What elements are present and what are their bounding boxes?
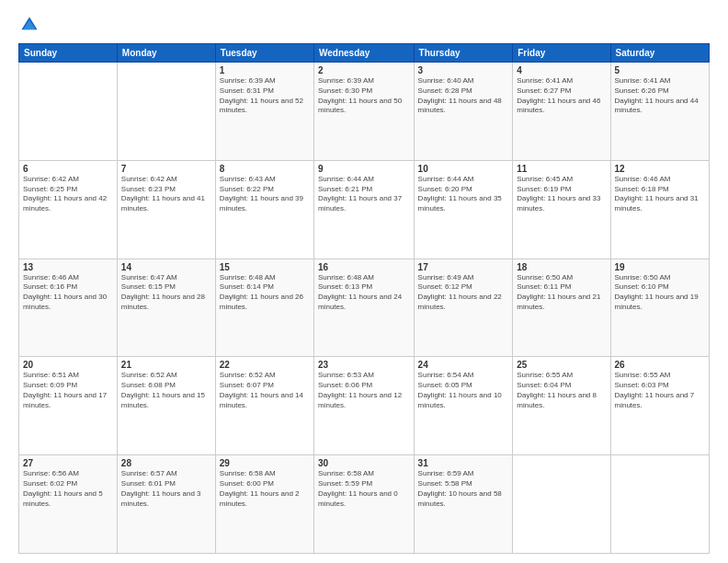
day-info: Sunrise: 6:45 AM Sunset: 6:19 PM Dayligh… (517, 175, 606, 214)
day-info: Sunrise: 6:44 AM Sunset: 6:20 PM Dayligh… (418, 175, 509, 214)
calendar-day-cell: 20Sunrise: 6:51 AM Sunset: 6:09 PM Dayli… (19, 357, 118, 455)
day-number: 1 (220, 65, 310, 75)
day-number: 2 (318, 65, 410, 75)
weekday-header: Sunday (19, 44, 118, 63)
calendar-day-cell: 28Sunrise: 6:57 AM Sunset: 6:01 PM Dayli… (117, 455, 215, 554)
day-number: 16 (318, 262, 410, 272)
day-number: 31 (418, 458, 509, 468)
day-info: Sunrise: 6:42 AM Sunset: 6:23 PM Dayligh… (121, 175, 211, 214)
weekday-header: Saturday (610, 44, 709, 63)
day-info: Sunrise: 6:52 AM Sunset: 6:08 PM Dayligh… (121, 371, 211, 410)
day-number: 27 (23, 458, 113, 468)
calendar-day-cell: 24Sunrise: 6:54 AM Sunset: 6:05 PM Dayli… (414, 357, 513, 455)
day-number: 19 (615, 262, 705, 272)
calendar-day-cell (117, 63, 215, 161)
calendar-week-row: 1Sunrise: 6:39 AM Sunset: 6:31 PM Daylig… (19, 63, 710, 161)
day-number: 28 (121, 458, 211, 468)
calendar-day-cell: 31Sunrise: 6:59 AM Sunset: 5:58 PM Dayli… (414, 455, 513, 554)
day-info: Sunrise: 6:50 AM Sunset: 6:10 PM Dayligh… (615, 273, 705, 313)
day-info: Sunrise: 6:39 AM Sunset: 6:31 PM Dayligh… (220, 76, 310, 116)
calendar-day-cell: 11Sunrise: 6:45 AM Sunset: 6:19 PM Dayli… (513, 160, 610, 259)
calendar-header-row: SundayMondayTuesdayWednesdayThursdayFrid… (19, 44, 710, 63)
calendar-day-cell: 16Sunrise: 6:48 AM Sunset: 6:13 PM Dayli… (313, 259, 414, 357)
day-number: 25 (517, 360, 606, 370)
day-number: 11 (517, 164, 606, 174)
day-number: 7 (121, 164, 211, 174)
calendar-day-cell: 10Sunrise: 6:44 AM Sunset: 6:20 PM Dayli… (414, 160, 513, 259)
day-info: Sunrise: 6:56 AM Sunset: 6:02 PM Dayligh… (23, 469, 113, 509)
calendar-day-cell: 18Sunrise: 6:50 AM Sunset: 6:11 PM Dayli… (513, 259, 610, 357)
day-info: Sunrise: 6:58 AM Sunset: 5:59 PM Dayligh… (318, 469, 410, 509)
day-number: 13 (23, 262, 113, 272)
day-info: Sunrise: 6:39 AM Sunset: 6:30 PM Dayligh… (318, 76, 410, 116)
calendar-day-cell: 27Sunrise: 6:56 AM Sunset: 6:02 PM Dayli… (19, 455, 118, 554)
weekday-header: Tuesday (215, 44, 313, 63)
day-info: Sunrise: 6:51 AM Sunset: 6:09 PM Dayligh… (23, 371, 113, 410)
day-number: 18 (517, 262, 606, 272)
calendar-day-cell: 3Sunrise: 6:40 AM Sunset: 6:28 PM Daylig… (414, 63, 513, 161)
day-info: Sunrise: 6:48 AM Sunset: 6:13 PM Dayligh… (318, 273, 410, 313)
calendar-day-cell: 4Sunrise: 6:41 AM Sunset: 6:27 PM Daylig… (513, 63, 610, 161)
weekday-header: Thursday (414, 44, 513, 63)
day-number: 4 (517, 65, 606, 75)
day-info: Sunrise: 6:41 AM Sunset: 6:27 PM Dayligh… (517, 76, 606, 116)
calendar-day-cell: 30Sunrise: 6:58 AM Sunset: 5:59 PM Dayli… (313, 455, 414, 554)
calendar-day-cell: 2Sunrise: 6:39 AM Sunset: 6:30 PM Daylig… (313, 63, 414, 161)
calendar-day-cell: 13Sunrise: 6:46 AM Sunset: 6:16 PM Dayli… (19, 259, 118, 357)
day-number: 5 (615, 65, 705, 75)
calendar-day-cell: 1Sunrise: 6:39 AM Sunset: 6:31 PM Daylig… (215, 63, 313, 161)
day-info: Sunrise: 6:57 AM Sunset: 6:01 PM Dayligh… (121, 469, 211, 509)
calendar-day-cell: 17Sunrise: 6:49 AM Sunset: 6:12 PM Dayli… (414, 259, 513, 357)
page: SundayMondayTuesdayWednesdayThursdayFrid… (0, 0, 728, 563)
weekday-header: Wednesday (313, 44, 414, 63)
calendar-day-cell: 29Sunrise: 6:58 AM Sunset: 6:00 PM Dayli… (215, 455, 313, 554)
calendar-day-cell: 5Sunrise: 6:41 AM Sunset: 6:26 PM Daylig… (610, 63, 709, 161)
day-info: Sunrise: 6:53 AM Sunset: 6:06 PM Dayligh… (318, 371, 410, 410)
day-info: Sunrise: 6:41 AM Sunset: 6:26 PM Dayligh… (615, 76, 705, 116)
calendar-day-cell: 22Sunrise: 6:52 AM Sunset: 6:07 PM Dayli… (215, 357, 313, 455)
day-info: Sunrise: 6:44 AM Sunset: 6:21 PM Dayligh… (318, 175, 410, 214)
day-number: 22 (220, 360, 310, 370)
calendar-week-row: 6Sunrise: 6:42 AM Sunset: 6:25 PM Daylig… (19, 160, 710, 259)
calendar-day-cell: 26Sunrise: 6:55 AM Sunset: 6:03 PM Dayli… (610, 357, 709, 455)
day-info: Sunrise: 6:42 AM Sunset: 6:25 PM Dayligh… (23, 175, 113, 214)
day-number: 3 (418, 65, 509, 75)
weekday-header: Friday (513, 44, 610, 63)
calendar-day-cell (513, 455, 610, 554)
day-number: 6 (23, 164, 113, 174)
day-number: 9 (318, 164, 410, 174)
calendar-week-row: 27Sunrise: 6:56 AM Sunset: 6:02 PM Dayli… (19, 455, 710, 554)
calendar-day-cell: 19Sunrise: 6:50 AM Sunset: 6:10 PM Dayli… (610, 259, 709, 357)
day-info: Sunrise: 6:59 AM Sunset: 5:58 PM Dayligh… (418, 469, 509, 509)
day-info: Sunrise: 6:47 AM Sunset: 6:15 PM Dayligh… (121, 273, 211, 313)
day-info: Sunrise: 6:43 AM Sunset: 6:22 PM Dayligh… (220, 175, 310, 214)
calendar-day-cell: 14Sunrise: 6:47 AM Sunset: 6:15 PM Dayli… (117, 259, 215, 357)
day-info: Sunrise: 6:49 AM Sunset: 6:12 PM Dayligh… (418, 273, 509, 313)
day-info: Sunrise: 6:55 AM Sunset: 6:03 PM Dayligh… (615, 371, 705, 410)
day-number: 10 (418, 164, 509, 174)
day-info: Sunrise: 6:46 AM Sunset: 6:16 PM Dayligh… (23, 273, 113, 313)
day-number: 17 (418, 262, 509, 272)
calendar-day-cell: 15Sunrise: 6:48 AM Sunset: 6:14 PM Dayli… (215, 259, 313, 357)
calendar-day-cell: 12Sunrise: 6:46 AM Sunset: 6:18 PM Dayli… (610, 160, 709, 259)
day-info: Sunrise: 6:48 AM Sunset: 6:14 PM Dayligh… (220, 273, 310, 313)
day-info: Sunrise: 6:55 AM Sunset: 6:04 PM Dayligh… (517, 371, 606, 410)
day-number: 15 (220, 262, 310, 272)
calendar-day-cell (610, 455, 709, 554)
calendar-day-cell (19, 63, 118, 161)
day-number: 30 (318, 458, 410, 468)
calendar-day-cell: 25Sunrise: 6:55 AM Sunset: 6:04 PM Dayli… (513, 357, 610, 455)
calendar-day-cell: 21Sunrise: 6:52 AM Sunset: 6:08 PM Dayli… (117, 357, 215, 455)
day-number: 14 (121, 262, 211, 272)
calendar-day-cell: 7Sunrise: 6:42 AM Sunset: 6:23 PM Daylig… (117, 160, 215, 259)
day-number: 29 (220, 458, 310, 468)
calendar-week-row: 13Sunrise: 6:46 AM Sunset: 6:16 PM Dayli… (19, 259, 710, 357)
logo (18, 14, 44, 36)
day-info: Sunrise: 6:40 AM Sunset: 6:28 PM Dayligh… (418, 76, 509, 116)
calendar: SundayMondayTuesdayWednesdayThursdayFrid… (18, 43, 710, 554)
calendar-day-cell: 9Sunrise: 6:44 AM Sunset: 6:21 PM Daylig… (313, 160, 414, 259)
day-number: 26 (615, 360, 705, 370)
day-info: Sunrise: 6:52 AM Sunset: 6:07 PM Dayligh… (220, 371, 310, 410)
logo-icon (18, 14, 40, 36)
calendar-day-cell: 23Sunrise: 6:53 AM Sunset: 6:06 PM Dayli… (313, 357, 414, 455)
